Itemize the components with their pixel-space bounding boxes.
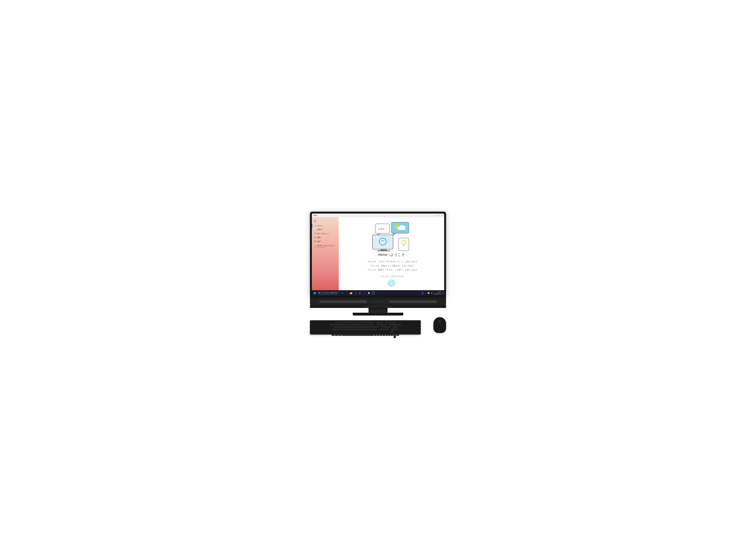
keyboard-keys [311, 322, 419, 338]
svg-point-33 [372, 292, 375, 294]
taskbar-taskview[interactable]: ⊡ [340, 291, 344, 295]
taskbar-mail[interactable]: ✉ [362, 291, 366, 295]
svg-rect-3 [380, 249, 387, 250]
sidebar-item-info[interactable]: ⊙ 情報 [312, 235, 339, 239]
search-text: ここに入力して検索 [321, 292, 334, 294]
sidebar-item-try-label: 試してみよう！ [317, 232, 329, 235]
taskbar-search[interactable]: 🔍 ここに入力して検索 🎤 [317, 291, 339, 295]
monitor-stand-area [310, 297, 446, 299]
sidebar-item-signout-label: 日電太郎 ではありませんか? サインアウト [317, 245, 337, 249]
taskbar: 🔍 ここに入力して検索 🎤 ⊡ e 🛍 [312, 290, 444, 296]
sidebar-item-playing[interactable]: 📊 再生中 [312, 227, 339, 231]
svg-rect-1 [373, 236, 392, 247]
monitor-foot [353, 313, 403, 316]
taskbar-clock: 11:29 2019/03/25 [434, 291, 441, 295]
svg-rect-29 [315, 292, 316, 293]
time-display: 11:29 [434, 291, 441, 293]
menu-icon[interactable]: ☰ [312, 219, 339, 224]
mouse-scroll-wheel [439, 320, 440, 323]
monitor-bottom-bar [310, 299, 446, 305]
mouse: NEC [433, 317, 446, 333]
signout-icon: □ [314, 246, 316, 248]
svg-point-27 [390, 281, 393, 285]
close-button[interactable]: ✕ [441, 214, 443, 216]
keyboard [310, 320, 421, 335]
svg-text:✦: ✦ [401, 239, 402, 241]
svg-rect-28 [314, 292, 315, 293]
sidebar-item-info-label: 情報 [317, 236, 321, 239]
volume-icon: 🔊 [431, 292, 433, 294]
maximize-button[interactable]: ❐ [438, 214, 440, 216]
taskbar-app-icons: ⊡ e 🛍 ⏭ ✉ 🔲 [340, 291, 375, 295]
settings-icon: ⚙ [314, 240, 316, 242]
taskbar-media[interactable]: ⏭ [358, 291, 362, 295]
sidebar-item-try[interactable]: ⊙ 試してみよう！ [312, 231, 339, 235]
speaker-grille-right [389, 300, 437, 303]
svg-rect-30 [314, 293, 315, 294]
hint-1: 「アレクサ、リマインダーをセットして」と言ってみて [366, 259, 417, 264]
svg-text:✦: ✦ [405, 243, 406, 244]
taskbar-right: 👤 ⌃ 📶 🔊 11:29 2019/03/25 ⊟ [421, 291, 444, 295]
alexa-voice-hint: 「アレクサ」と言うだけです [379, 275, 404, 278]
network-icon: 📶 [428, 292, 429, 294]
taskbar-alexa[interactable] [371, 291, 375, 295]
app-body: ☰ ⌂ ホーム 📊 再生中 ⊙ 試してみよう！ [312, 217, 444, 290]
titlebar: Alexa — ❐ ✕ [312, 213, 444, 217]
disc-drive [364, 306, 392, 307]
alexa-button[interactable] [388, 280, 395, 287]
speaker-grille-left [319, 300, 367, 303]
svg-text:✦: ✦ [405, 240, 406, 241]
svg-rect-31 [315, 293, 316, 294]
monitor-neck [369, 308, 387, 313]
try-icon: ⊙ [314, 232, 316, 234]
sidebar-item-settings-label: 設定 [317, 240, 321, 243]
mic-icon: 🎤 [334, 292, 336, 294]
screen: Alexa — ❐ ✕ ☰ ⌂ ホーム [312, 213, 444, 296]
taskbar-store[interactable]: 🛍 [354, 291, 357, 295]
svg-text:♪♫♪: ♪♫♪ [378, 227, 384, 230]
chevron-icon[interactable]: ⌃ [425, 292, 426, 294]
sidebar-item-home[interactable]: ⌂ ホーム [312, 224, 339, 227]
hint-2: 「アレクサ、空はどうして青いの」と言ってみて [366, 264, 417, 268]
welcome-title: Alexaへようこそ [366, 252, 417, 257]
sidebar-item-signout[interactable]: □ 日電太郎 ではありませんか? サインアウト [312, 243, 339, 249]
mouse-brand-label: NEC [439, 329, 441, 330]
svg-point-17 [401, 227, 406, 230]
search-icon: 🔍 [318, 292, 320, 294]
monitor: Alexa — ❐ ✕ ☰ ⌂ ホーム [310, 211, 446, 297]
svg-marker-9 [393, 233, 396, 235]
start-button[interactable] [312, 291, 317, 295]
monitor-chin [310, 305, 446, 308]
peripheral-area: NEC [310, 316, 446, 335]
minimize-button[interactable]: — [434, 214, 437, 216]
taskbar-explorer[interactable] [349, 291, 353, 295]
sidebar-item-settings[interactable]: ⚙ 設定 [312, 239, 339, 243]
svg-rect-32 [350, 293, 352, 294]
scene: Alexa — ❐ ✕ ☰ ⌂ ホーム [307, 211, 449, 335]
window-title: Alexa [313, 214, 434, 216]
info-icon: ⊙ [314, 236, 316, 238]
welcome-illustration: ♪♫♪ [369, 221, 414, 252]
sidebar: ☰ ⌂ ホーム 📊 再生中 ⊙ 試してみよう！ [312, 217, 339, 290]
sidebar-item-playing-label: 再生中 [317, 228, 322, 231]
main-content: ♪♫♪ [339, 217, 444, 290]
titlebar-controls: — ❐ ✕ [434, 214, 443, 216]
notification-icon[interactable]: ⊟ [442, 292, 444, 294]
svg-rect-4 [377, 250, 390, 251]
welcome-text-area: Alexaへようこそ 「アレクサ、リマインダーをセットして」と言ってみて 「アレ… [366, 252, 417, 272]
people-icon: 👤 [421, 292, 424, 294]
home-icon: ⌂ [314, 224, 316, 227]
hint-3: 「アレクサ、英語で「クラゲ」って何？」と言ってみて [366, 268, 417, 272]
sidebar-item-home-label: ホーム [317, 224, 322, 227]
monitor-bezel: Alexa — ❐ ✕ ☰ ⌂ ホーム [311, 213, 445, 297]
welcome-hints: 「アレクサ、リマインダーをセットして」と言ってみて 「アレクサ、空はどうして青い… [366, 259, 417, 272]
playing-icon: 📊 [314, 228, 316, 230]
date-display: 2019/03/25 [434, 293, 441, 295]
taskbar-edge[interactable]: e [345, 291, 349, 295]
taskbar-app6[interactable]: 🔲 [367, 291, 371, 295]
